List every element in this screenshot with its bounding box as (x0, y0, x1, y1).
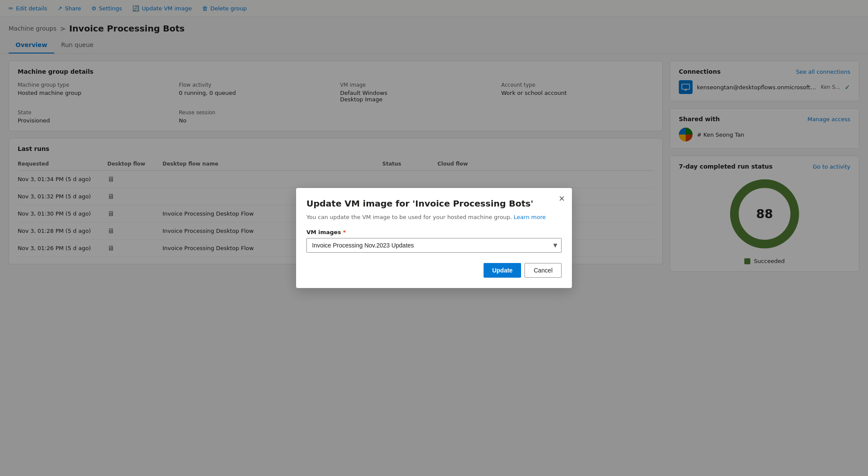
vm-images-select-wrapper: Invoice Processing Nov.2023 Updates Defa… (306, 238, 562, 253)
cancel-button[interactable]: Cancel (525, 263, 562, 278)
vm-images-label: VM images * (306, 229, 562, 235)
required-indicator: * (343, 229, 346, 235)
update-button[interactable]: Update (484, 263, 521, 278)
modal-title: Update VM image for 'Invoice Processing … (306, 198, 562, 209)
vm-images-select[interactable]: Invoice Processing Nov.2023 Updates Defa… (306, 238, 562, 253)
modal-actions: Update Cancel (306, 263, 562, 278)
modal-close-button[interactable]: ✕ (559, 195, 565, 203)
update-vm-image-modal: ✕ Update VM image for 'Invoice Processin… (296, 188, 572, 288)
modal-overlay[interactable]: ✕ Update VM image for 'Invoice Processin… (0, 0, 868, 476)
modal-description: You can update the VM image to be used f… (306, 214, 562, 220)
learn-more-link[interactable]: Learn more (514, 214, 546, 220)
